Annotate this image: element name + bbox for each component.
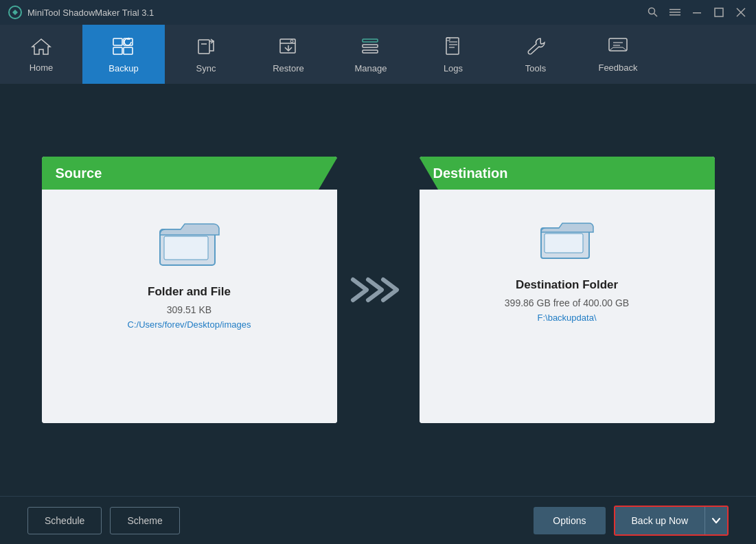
nav-label-tools: Tools <box>525 63 546 73</box>
source-card[interactable]: Source Folder and File 309.51 KB C:/User… <box>42 157 337 423</box>
nav-item-restore[interactable]: Restore <box>247 25 330 84</box>
destination-card[interactable]: Destination Destination Folder 399.86 GB… <box>420 157 715 423</box>
home-icon <box>31 36 51 58</box>
main-content: Source Folder and File 309.51 KB C:/User… <box>0 84 756 496</box>
sync-icon <box>196 36 216 59</box>
minimize-button[interactable] <box>690 5 704 19</box>
nav-label-feedback: Feedback <box>598 63 637 73</box>
destination-path: F:\backupdata\ <box>538 313 597 323</box>
maximize-button[interactable] <box>712 5 726 19</box>
svg-rect-6 <box>693 12 701 14</box>
svg-rect-32 <box>545 234 583 253</box>
nav-label-restore: Restore <box>273 63 304 73</box>
backup-icon <box>112 36 135 59</box>
bottom-bar: Schedule Scheme Options Back up Now <box>0 496 756 544</box>
options-button[interactable]: Options <box>534 507 605 534</box>
source-folder-icon <box>159 217 220 271</box>
source-card-header: Source <box>42 157 337 190</box>
destination-card-header: Destination <box>420 157 715 190</box>
backup-now-dropdown-button[interactable] <box>705 507 727 534</box>
title-bar-controls <box>646 5 748 19</box>
manage-icon <box>360 36 381 59</box>
nav-item-tools[interactable]: Tools <box>494 25 577 84</box>
arrow-area <box>337 273 420 307</box>
logs-icon <box>443 36 463 59</box>
svg-rect-12 <box>113 47 122 54</box>
source-title: Folder and File <box>148 285 231 299</box>
title-bar: MiniTool ShadowMaker Trial 3.1 <box>0 0 756 25</box>
destination-folder-icon <box>540 217 595 264</box>
svg-rect-13 <box>124 47 133 54</box>
feedback-icon <box>608 36 628 58</box>
bottom-left-actions: Schedule Scheme <box>27 507 180 534</box>
svg-rect-10 <box>113 38 122 45</box>
nav-item-backup[interactable]: Backup <box>82 25 165 84</box>
source-path: C:/Users/forev/Desktop/images <box>128 319 251 330</box>
nav-item-manage[interactable]: Manage <box>330 25 412 84</box>
source-label: Source <box>56 166 102 181</box>
nav-item-home[interactable]: Home <box>0 25 82 84</box>
close-button[interactable] <box>734 5 748 19</box>
menu-button[interactable] <box>668 5 682 19</box>
svg-rect-5 <box>669 14 680 16</box>
nav-item-sync[interactable]: Sync <box>165 25 247 84</box>
svg-rect-21 <box>363 50 378 53</box>
source-card-body[interactable]: Folder and File 309.51 KB C:/Users/forev… <box>42 190 337 423</box>
chevron-down-icon <box>712 518 720 523</box>
destination-label: Destination <box>433 166 508 181</box>
nav-label-sync: Sync <box>196 63 216 73</box>
schedule-button[interactable]: Schedule <box>27 507 102 534</box>
svg-point-17 <box>290 40 293 43</box>
svg-rect-14 <box>198 40 209 54</box>
svg-rect-4 <box>669 12 680 13</box>
search-button[interactable] <box>646 5 660 19</box>
destination-card-body[interactable]: Destination Folder 399.86 GB free of 400… <box>420 190 715 423</box>
svg-rect-20 <box>363 45 378 47</box>
app-title: MiniTool ShadowMaker Trial 3.1 <box>27 8 154 18</box>
svg-rect-30 <box>164 236 208 260</box>
backup-area: Source Folder and File 309.51 KB C:/User… <box>27 157 729 423</box>
destination-free-space: 399.86 GB free of 400.00 GB <box>505 297 629 308</box>
nav-bar: Home Backup Sync <box>0 25 756 84</box>
app-logo <box>8 5 22 19</box>
destination-title: Destination Folder <box>516 278 618 292</box>
svg-rect-3 <box>669 9 680 10</box>
nav-label-logs: Logs <box>444 63 463 73</box>
nav-item-feedback[interactable]: Feedback <box>577 25 659 84</box>
nav-item-logs[interactable]: Logs <box>412 25 494 84</box>
nav-label-backup: Backup <box>108 63 138 73</box>
backup-now-button[interactable]: Back up Now <box>615 507 705 534</box>
bottom-right-actions: Options Back up Now <box>534 506 729 536</box>
svg-rect-19 <box>363 39 378 42</box>
nav-label-manage: Manage <box>355 63 387 73</box>
scheme-button[interactable]: Scheme <box>110 507 179 534</box>
title-bar-left: MiniTool ShadowMaker Trial 3.1 <box>8 5 154 19</box>
nav-label-home: Home <box>30 63 54 73</box>
svg-point-1 <box>649 8 655 14</box>
restore-icon <box>278 36 299 59</box>
svg-line-2 <box>654 14 658 17</box>
tools-icon <box>525 36 546 59</box>
svg-rect-7 <box>715 8 723 16</box>
backup-now-wrap: Back up Now <box>614 506 729 536</box>
source-size: 309.51 KB <box>167 304 211 315</box>
